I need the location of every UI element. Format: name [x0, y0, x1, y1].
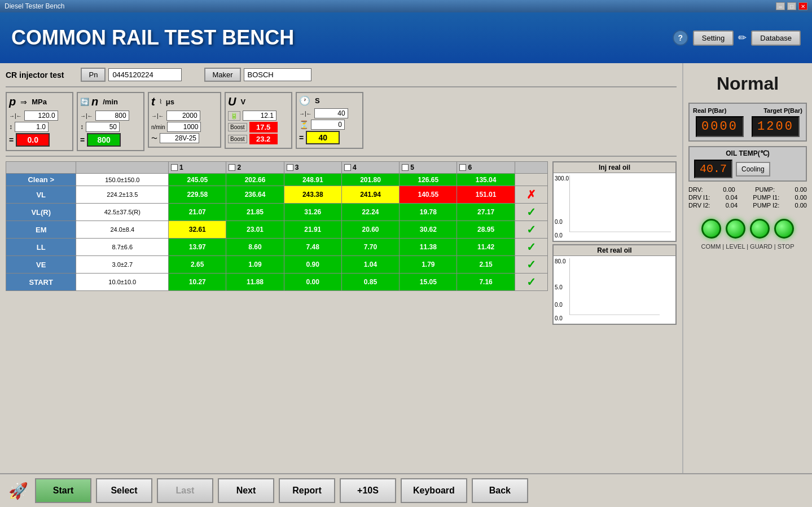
pn-button[interactable]: Pn: [81, 68, 106, 82]
t-nmin-icon: n/min: [151, 124, 165, 130]
plus10s-button[interactable]: +10S: [340, 478, 396, 503]
data-cell-1-5: 151.01: [457, 186, 515, 204]
row-label-3[interactable]: EM: [6, 221, 76, 239]
data-cell-3-3: 20.60: [341, 221, 399, 239]
t-wave[interactable]: [160, 133, 199, 143]
inj-chart-svg: [569, 175, 671, 237]
close-button[interactable]: ✕: [798, 2, 807, 10]
drv-i2-label: DRV I2:: [688, 202, 710, 209]
spec-cell-0: 150.0±150.0: [76, 174, 169, 186]
data-cell-0-4: 126.65: [400, 174, 457, 186]
ret-chart: Ret real oil 80.0 5.0 0.0 0.0: [552, 244, 677, 325]
t-setpoint[interactable]: [166, 111, 200, 121]
oil-temp-value: 40.7: [694, 160, 732, 178]
data-cell-6-5: 7.16: [457, 274, 515, 291]
n-eq-icon: =: [80, 135, 85, 144]
data-cell-2-2: 31.26: [284, 204, 341, 221]
data-cell-2-1: 21.85: [226, 204, 284, 221]
database-button[interactable]: Database: [751, 30, 801, 46]
select-button[interactable]: Select: [96, 478, 152, 503]
s-unit: S: [315, 96, 320, 105]
maker-label: Maker: [204, 68, 240, 82]
minimize-button[interactable]: –: [776, 2, 785, 10]
data-cell-0-5: 135.04: [457, 174, 515, 186]
led-row: [701, 219, 794, 239]
data-cell-5-4: 1.79: [400, 256, 457, 274]
col-1: 1: [169, 162, 226, 174]
p-symbol: p: [9, 95, 16, 108]
setting-button[interactable]: Setting: [693, 30, 734, 46]
status-cell-0: [515, 174, 547, 186]
n-setpoint[interactable]: [95, 111, 129, 121]
ret-min-label: 0.0: [555, 302, 563, 308]
maximize-button[interactable]: □: [787, 2, 796, 10]
data-cell-0-0: 245.05: [169, 174, 226, 186]
s-hourglass[interactable]: [311, 120, 345, 130]
row-label-2[interactable]: VL(R): [6, 204, 76, 221]
s-measurement: 🕐 S →|← ⏳ = 40: [296, 92, 363, 149]
oil-temp-label: OIL TEMP(℃): [694, 149, 801, 157]
data-cell-1-0: 229.58: [169, 186, 226, 204]
p-actual: 0.0: [16, 133, 50, 147]
p-step[interactable]: [15, 122, 49, 132]
title-bar: Diesel Tester Bench – □ ✕: [0, 0, 812, 12]
window-title: Diesel Tester Bench: [5, 2, 65, 10]
s-actual: 40: [306, 131, 340, 144]
data-cell-3-5: 28.95: [457, 221, 515, 239]
u-setpoint[interactable]: [243, 111, 276, 121]
spec-cell-5: 3.0±2.7: [76, 256, 169, 274]
report-button[interactable]: Report: [279, 478, 335, 503]
ret-chart-svg: [569, 258, 660, 320]
pencil-icon: ✏: [738, 32, 747, 44]
pn-field: Pn: [81, 68, 182, 82]
u-unit: V: [240, 98, 245, 106]
p-arrow-icon: ⇒: [20, 98, 27, 107]
back-button[interactable]: Back: [472, 478, 528, 503]
spec-cell-6: 10.0±10.0: [76, 274, 169, 291]
cr-row: CR injector test Pn Maker: [6, 68, 677, 87]
help-button[interactable]: ?: [673, 30, 688, 46]
target-p-display: 1200: [752, 116, 800, 137]
maker-field: Maker: [204, 68, 311, 82]
row-label-1[interactable]: VL: [6, 186, 76, 204]
col-3: 3: [284, 162, 341, 174]
col-label: [6, 162, 76, 174]
p-setpoint-arrows: →|←: [9, 113, 22, 119]
next-button[interactable]: Next: [218, 478, 274, 503]
oil-temp-box: OIL TEMP(℃) 40.7 Cooling: [688, 146, 807, 182]
row-label-5[interactable]: VE: [6, 256, 76, 274]
data-cell-3-1: 23.01: [226, 221, 284, 239]
t-step[interactable]: [167, 122, 201, 132]
keyboard-button[interactable]: Keyboard: [401, 478, 467, 503]
pump-label: PUMP:: [755, 186, 775, 193]
start-button[interactable]: Start: [35, 478, 91, 503]
data-cell-4-0: 13.97: [169, 239, 226, 256]
u-boost1-value: 17.5: [249, 122, 278, 133]
pn-input[interactable]: [108, 68, 182, 81]
row-label-6[interactable]: START: [6, 274, 76, 291]
col-status: [515, 162, 547, 174]
u-boost2-value: 23.2: [249, 134, 278, 144]
rocket-icon: 🚀: [6, 478, 30, 503]
p-setpoint[interactable]: [24, 111, 58, 121]
col-spec: [76, 162, 169, 174]
col-4: 4: [341, 162, 399, 174]
n-rev-icon: 🔄: [80, 98, 89, 106]
cooling-button[interactable]: Cooling: [736, 162, 770, 177]
data-table: 1 2 3 4 5 6 Clean >150.0±150.0245.05202.…: [6, 161, 548, 291]
table-section: 1 2 3 4 5 6 Clean >150.0±150.0245.05202.…: [6, 161, 677, 325]
maker-input[interactable]: [244, 68, 311, 81]
pump-i2-label: PUMP I2:: [753, 202, 779, 209]
last-button[interactable]: Last: [157, 478, 213, 503]
data-cell-5-3: 1.04: [341, 256, 399, 274]
n-step[interactable]: [86, 122, 120, 132]
data-cell-1-1: 236.64: [226, 186, 284, 204]
row-label-0[interactable]: Clean >: [6, 174, 76, 186]
real-p-display: 0000: [696, 116, 744, 137]
s-setpoint[interactable]: [314, 108, 348, 118]
pressure-box: Real P(Bar) Target P(Bar) 0000 1200: [688, 103, 807, 142]
target-p-label: Target P(Bar): [763, 107, 802, 114]
row-label-4[interactable]: LL: [6, 239, 76, 256]
data-cell-5-5: 2.15: [457, 256, 515, 274]
data-cell-5-1: 1.09: [226, 256, 284, 274]
